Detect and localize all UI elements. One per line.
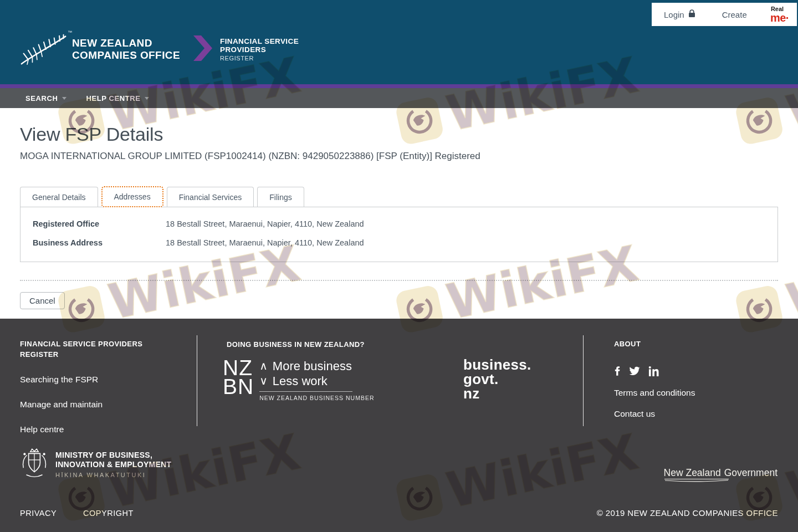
login-button[interactable]: Login: [664, 9, 695, 19]
site-header: Login Create Real me ™ NEW ZEALAND COMPA…: [0, 0, 798, 84]
logo-row: ™ NEW ZEALAND COMPANIES OFFICE FINANCIAL…: [20, 32, 299, 66]
login-label: Login: [664, 10, 684, 19]
divider: [259, 391, 352, 392]
main-content: View FSP Details MOGA INTERNATIONAL GROU…: [0, 108, 798, 309]
footer-fspr-heading: FINANCIAL SERVICE PROVIDERS REGISTER: [20, 339, 175, 360]
nav-search[interactable]: SEARCH: [25, 94, 66, 103]
fsp-register-logo: FINANCIAL SERVICE PROVIDERS REGISTER: [220, 37, 299, 62]
chevron-right-icon: [193, 35, 212, 63]
coat-of-arms-icon: [20, 448, 49, 481]
chevron-down-icon: [62, 97, 66, 100]
business-govt-nz-logo[interactable]: business. govt. nz: [463, 357, 531, 401]
lock-icon: [688, 9, 695, 19]
facebook-icon[interactable]: [614, 365, 620, 377]
table-row: Business Address 18 Bestall Street, Mara…: [33, 238, 765, 247]
entity-summary: MOGA INTERNATIONAL GROUP LIMITED (FSP100…: [20, 151, 778, 162]
cancel-button[interactable]: Cancel: [20, 292, 65, 309]
copyright-notice: © 2019 NEW ZEALAND COMPANIES OFFICE: [597, 508, 778, 518]
footer-link-help-centre[interactable]: Help centre: [20, 424, 175, 434]
caret-up-icon: ∧: [259, 359, 268, 374]
linkedin-icon[interactable]: [648, 366, 659, 376]
create-button[interactable]: Create: [722, 10, 747, 19]
mbie-logo: MINISTRY OF BUSINESS, INNOVATION & EMPLO…: [20, 448, 171, 481]
footer-bottom-bar: PRIVACY COPYRIGHT © 2019 NEW ZEALAND COM…: [20, 508, 778, 518]
copyright-link[interactable]: COPYRIGHT: [83, 509, 134, 518]
tab-financial-services[interactable]: Financial Services: [167, 187, 254, 207]
privacy-link[interactable]: PRIVACY: [20, 509, 57, 518]
tab-filings[interactable]: Filings: [257, 187, 304, 207]
nz-government-logo: New Zealand Government: [664, 467, 777, 480]
business-address-label: Business Address: [33, 238, 166, 247]
trademark-symbol: ™: [68, 30, 72, 35]
footer-about-column: ABOUT Terms and conditions Contact us: [614, 339, 758, 419]
footer-link-contact[interactable]: Contact us: [614, 409, 758, 419]
nav-help-centre[interactable]: HELP CENTRE: [86, 94, 149, 103]
business-address-value: 18 Bestall Street, Maraenui, Napier, 411…: [166, 238, 364, 247]
addresses-panel: Registered Office 18 Bestall Street, Mar…: [20, 207, 778, 262]
purple-accent-strip: [0, 84, 798, 88]
realme-logo-top: Real: [771, 6, 784, 12]
caret-down-icon: ∨: [259, 374, 268, 388]
detail-tabs: General Details Addresses Financial Serv…: [20, 186, 778, 207]
divider: [197, 335, 197, 426]
footer-link-searching-fspr[interactable]: Searching the FSPR: [20, 375, 175, 385]
footer-doing-business-heading: DOING BUSINESS IN NEW ZEALAND?: [227, 339, 365, 350]
registered-office-value: 18 Bestall Street, Maraenui, Napier, 411…: [166, 219, 364, 228]
companies-office-logo: NEW ZEALAND COMPANIES OFFICE: [72, 37, 180, 62]
footer-about-heading: ABOUT: [614, 339, 758, 349]
nzbn-logo[interactable]: NZ BN ∧More business ∨Less work NEW ZEAL…: [223, 359, 374, 401]
page-title: View FSP Details: [20, 124, 778, 145]
footer-fspr-column: FINANCIAL SERVICE PROVIDERS REGISTER Sea…: [20, 339, 175, 434]
tab-general-details[interactable]: General Details: [20, 187, 98, 207]
tab-addresses[interactable]: Addresses: [101, 186, 163, 207]
table-row: Registered Office 18 Bestall Street, Mar…: [33, 219, 765, 228]
footer-link-terms[interactable]: Terms and conditions: [614, 388, 758, 398]
divider: [20, 280, 778, 281]
footer-link-manage-maintain[interactable]: Manage and maintain: [20, 400, 175, 410]
site-footer: FINANCIAL SERVICE PROVIDERS REGISTER Sea…: [0, 319, 798, 532]
main-nav: SEARCH HELP CENTRE: [0, 88, 798, 108]
realme-logo-bottom: me: [770, 12, 789, 23]
divider: [583, 335, 584, 426]
chevron-down-icon: [145, 97, 149, 100]
twitter-icon[interactable]: [628, 366, 640, 376]
account-bar: Login Create Real me: [652, 3, 797, 26]
registered-office-label: Registered Office: [33, 219, 166, 228]
fern-icon: ™: [20, 32, 68, 66]
realme-logo[interactable]: Real me: [770, 6, 789, 23]
